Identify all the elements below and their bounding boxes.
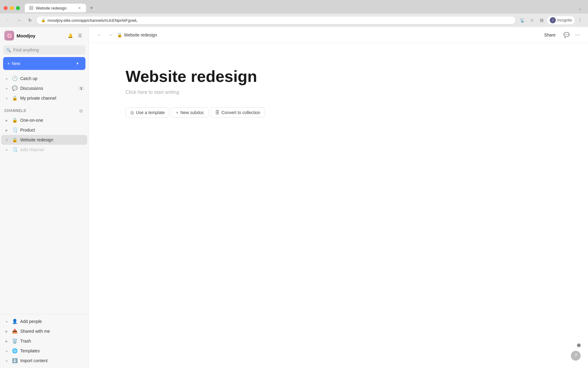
expand-icon: ● (4, 76, 9, 81)
comment-button[interactable]: 💬 (562, 31, 571, 39)
sidebar-item-my-private-channel[interactable]: ● 🔒 My private channel (1, 93, 87, 103)
one-on-one-label: One-on-one (20, 118, 84, 123)
menu-button[interactable]: ⋮ (576, 16, 584, 25)
forward-nav-button[interactable]: → (106, 31, 115, 39)
new-button-plus: + (7, 61, 10, 66)
breadcrumb-title: Website redesign (124, 33, 157, 37)
sidebar-item-add-channel[interactable]: ● 🗒️ Add channel (1, 145, 87, 155)
expand-icon: ▶ (4, 329, 9, 334)
sidebar-item-add-people[interactable]: ● 👤 Add people (1, 316, 87, 326)
use-template-button[interactable]: ◎ Use a template (126, 107, 169, 118)
forward-button[interactable]: → (15, 16, 23, 25)
main-header: ← → 🔒 Website redesign Share 💬 ⋯ (89, 27, 588, 43)
main-content: ← → 🔒 Website redesign Share 💬 ⋯ Website… (89, 27, 588, 368)
incognito-label: Incognito (557, 18, 572, 22)
sidebar-spacer (0, 155, 89, 314)
active-tab[interactable]: Website redesign ✕ (25, 4, 86, 12)
close-button[interactable] (4, 6, 8, 10)
back-button[interactable]: ← (4, 16, 12, 25)
split-view-icon[interactable]: ⊟ (537, 16, 546, 25)
search-placeholder: Find anything (13, 48, 39, 52)
help-button[interactable]: ? (571, 351, 581, 361)
sidebar-item-one-on-one[interactable]: ▶ 🔒 One-on-one (1, 115, 87, 125)
add-channel-label: Add channel (20, 147, 84, 152)
private-channel-label: My private channel (20, 96, 84, 101)
website-redesign-label: Website redesign (20, 137, 84, 142)
expand-icon: ▶ (4, 118, 9, 123)
new-button-dropdown-arrow[interactable]: ▼ (74, 60, 81, 67)
header-actions: Share 💬 ⋯ (540, 31, 582, 39)
sidebar-item-templates[interactable]: ● 🌐 Templates (1, 346, 87, 356)
sidebar: 🌸 Moodjoy 🔔 ☰ 🔍 Find anything + New ▼ ● … (0, 27, 89, 368)
sidebar-bottom: ● 👤 Add people ▶ 📤 Shared with me ▶ 🗑️ T… (0, 314, 89, 368)
expand-icon: ● (4, 348, 9, 353)
new-subdoc-button[interactable]: + New subdoc (171, 107, 209, 117)
expand-icon: ▼ (4, 137, 9, 142)
sidebar-header-actions: 🔔 ☰ (66, 31, 84, 40)
tab-list-icon: ⌄ (578, 5, 584, 11)
new-subdoc-label: New subdoc (180, 110, 204, 115)
sidebar-item-trash[interactable]: ▶ 🗑️ Trash (1, 336, 87, 346)
search-bar[interactable]: 🔍 Find anything (3, 45, 85, 55)
window-controls (4, 6, 20, 10)
notifications-button[interactable]: 🔔 (66, 31, 74, 40)
doc-placeholder[interactable]: Click here to start writing (126, 90, 551, 95)
browser-actions: 📡 ☆ ⊟ I Incognito ⋮ (518, 16, 584, 25)
refresh-button[interactable]: ↻ (26, 16, 34, 25)
browser-chrome: Website redesign ✕ + ⌄ ← → ↻ 🔒 moodjoy.s… (0, 0, 588, 27)
sidebar-item-website-redesign[interactable]: ▼ 🔒 Website redesign (1, 135, 87, 145)
templates-label: Templates (20, 348, 84, 353)
doc-body: Website redesign Click here to start wri… (89, 43, 588, 368)
doc-title: Website redesign (126, 67, 551, 86)
shared-icon: 📤 (12, 328, 18, 334)
nav-items: ● 🕐 Catch up ● 💬 Discussions 1 ● 🔒 My pr… (0, 74, 89, 103)
trash-label: Trash (20, 339, 84, 343)
one-on-one-icon: 🔒 (12, 117, 18, 123)
new-button[interactable]: + New ▼ (3, 57, 85, 70)
convert-collection-label: Convert to collection (221, 110, 260, 115)
sidebar-item-catch-up[interactable]: ● 🕐 Catch up (1, 74, 87, 83)
import-content-label: Import content (20, 358, 84, 363)
more-options-button[interactable]: ⋯ (573, 31, 582, 39)
add-people-label: Add people (20, 319, 84, 324)
tab-favicon (29, 6, 33, 10)
sidebar-item-discussions[interactable]: ● 💬 Discussions 1 (1, 83, 87, 93)
collapse-sidebar-button[interactable]: ☰ (76, 31, 84, 40)
discussions-badge: 1 (78, 86, 84, 90)
cast-icon[interactable]: 📡 (518, 16, 526, 25)
tab-close-button[interactable]: ✕ (77, 6, 82, 10)
back-nav-button[interactable]: ← (95, 31, 104, 39)
sidebar-item-shared-with-me[interactable]: ▶ 📤 Shared with me (1, 326, 87, 336)
use-template-label: Use a template (136, 110, 165, 115)
expand-icon: ● (4, 147, 9, 152)
workspace-name: Moodjoy (17, 33, 63, 38)
expand-icon: ▶ (4, 128, 9, 132)
sidebar-item-import-content[interactable]: ● ⬇️ Import content (1, 356, 87, 366)
maximize-button[interactable] (16, 6, 20, 10)
floating-status-dot (577, 343, 581, 347)
address-bar: ← → ↻ 🔒 moodjoy.slite.com/app/channels/m… (0, 13, 588, 27)
tab-title: Website redesign (36, 6, 74, 10)
discussions-icon: 💬 (12, 85, 18, 91)
breadcrumb: 🔒 Website redesign (117, 33, 537, 37)
discussions-label: Discussions (20, 86, 76, 91)
channels-add-button[interactable]: ⊟ (77, 107, 84, 114)
trash-icon: 🗑️ (12, 338, 18, 344)
channels-list: ▶ 🔒 One-on-one ▶ 🗒️ Product ▼ 🔒 Website … (0, 115, 89, 155)
sidebar-item-product[interactable]: ▶ 🗒️ Product (1, 125, 87, 135)
expand-icon: ● (4, 96, 9, 101)
template-icon: ◎ (130, 110, 134, 115)
add-people-icon: 👤 (12, 318, 18, 324)
search-icon: 🔍 (6, 48, 11, 52)
convert-collection-button[interactable]: 🗄 Convert to collection (210, 107, 265, 117)
bookmark-icon[interactable]: ☆ (528, 16, 536, 25)
product-icon: 🗒️ (12, 127, 18, 133)
new-tab-button[interactable]: + (87, 4, 96, 12)
expand-icon: ● (4, 358, 9, 363)
channels-section-title: Channels (4, 109, 77, 113)
doc-actions: ◎ Use a template + New subdoc 🗄 Convert … (126, 107, 551, 118)
catch-up-label: Catch up (20, 76, 84, 81)
share-button[interactable]: Share (540, 31, 560, 39)
minimize-button[interactable] (10, 6, 14, 10)
url-bar[interactable]: 🔒 moodjoy.slite.com/app/channels/mJcENpi… (37, 17, 515, 24)
